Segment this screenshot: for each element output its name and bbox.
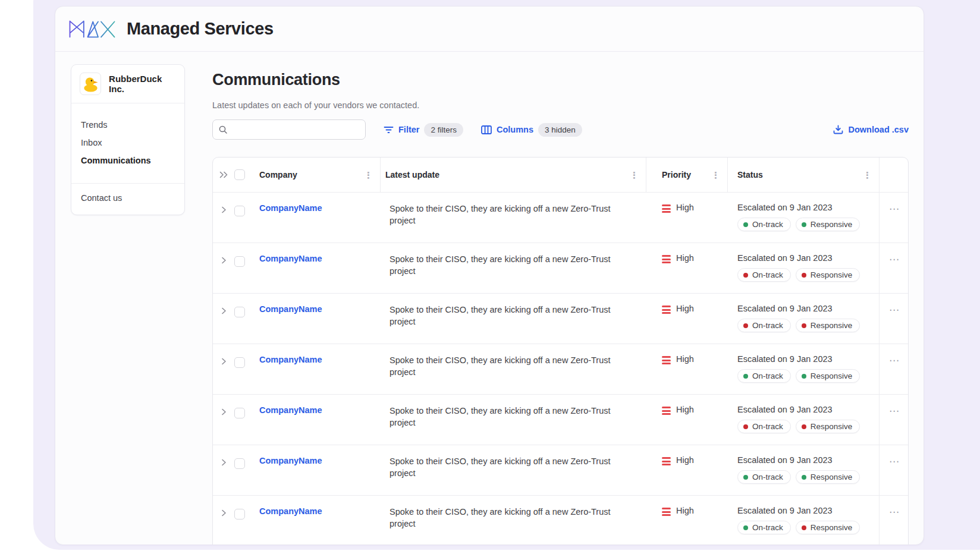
row-actions-icon[interactable]: ⋯ [889,506,900,518]
expand-row-icon[interactable] [219,509,228,517]
download-csv-button[interactable]: Download .csv [833,125,909,134]
company-link[interactable]: CompanyName [259,456,322,465]
status-badge: Responsive [796,420,860,433]
sidebar-item-contact-us[interactable]: Contact us [81,193,175,203]
status-column-menu-icon[interactable]: ⋮ [863,171,872,180]
status-dot-red [802,525,806,530]
row-checkbox[interactable] [234,458,245,469]
status-badges: On-trackResponsive [737,218,879,231]
status-badge-label: Responsive [811,523,853,532]
status-dot-red [743,323,748,328]
expand-row-icon[interactable] [219,206,228,214]
table-toolbar: Filter 2 filters Columns 3 hidden [212,119,909,140]
row-actions-icon[interactable]: ⋯ [889,405,900,417]
expand-row-icon[interactable] [219,408,228,416]
latest-update-text: Spoke to their CISO, they are kicking of… [390,203,611,226]
row-actions-icon[interactable]: ⋯ [889,203,900,215]
status-badge-label: Responsive [811,220,853,229]
priority-label: High [676,506,694,515]
filter-button[interactable]: Filter 2 filters [384,123,463,137]
status-badge: On-track [737,420,791,433]
search-icon [218,125,228,134]
status-badges: On-trackResponsive [737,420,879,433]
status-badge: Responsive [796,218,860,231]
select-all-checkbox[interactable] [234,169,245,180]
status-badge: On-track [737,268,791,282]
column-header-company: Company ⋮ [255,158,381,192]
column-header-status: Status ⋮ [728,158,880,192]
priority-label: High [676,203,694,212]
sidebar-footer: Contact us [71,184,184,215]
company-link[interactable]: CompanyName [259,304,322,314]
columns-button[interactable]: Columns 3 hidden [481,123,582,137]
priority-high-icon [662,255,671,263]
status-badge-label: Responsive [811,270,853,279]
status-badges: On-trackResponsive [737,521,879,534]
page-title: Communications [212,71,340,89]
status-badges: On-trackResponsive [737,319,879,332]
latest-update-text: Spoke to their CISO, they are kicking of… [390,405,611,429]
status-badge-label: On-track [752,422,783,431]
row-checkbox[interactable] [234,509,245,519]
filter-label: Filter [398,125,419,134]
company-column-menu-icon[interactable]: ⋮ [364,171,373,180]
row-actions-icon[interactable]: ⋯ [889,354,900,367]
status-badge: On-track [737,369,791,383]
row-actions-icon[interactable]: ⋯ [889,253,900,266]
status-dot-red [802,323,806,328]
expand-row-icon[interactable] [219,307,228,315]
row-checkbox[interactable] [234,256,245,267]
status-dot-red [802,424,806,429]
row-actions-icon[interactable]: ⋯ [889,304,900,316]
status-badge: Responsive [796,521,860,534]
company-link[interactable]: CompanyName [259,203,322,213]
table-row: CompanyName Spoke to their CISO, they ar… [213,495,908,545]
status-badge-label: Responsive [811,473,853,481]
priority-high-icon [662,356,671,364]
status-badge-label: On-track [752,523,783,532]
company-link[interactable]: CompanyName [259,506,322,516]
account-name: RubberDuck Inc. [109,74,176,94]
sidebar-item-inbox[interactable]: Inbox [81,138,175,147]
expand-row-icon[interactable] [219,256,228,265]
row-checkbox[interactable] [234,408,245,418]
expand-row-icon[interactable] [219,357,228,366]
status-dot-green [743,525,748,530]
download-icon [833,125,843,134]
company-link[interactable]: CompanyName [259,405,322,415]
table-row: CompanyName Spoke to their CISO, they ar… [213,445,908,495]
row-actions-icon[interactable]: ⋯ [889,455,900,468]
status-dot-green [743,222,748,227]
filter-icon [384,125,394,134]
collapse-all-icon[interactable] [219,171,229,179]
status-dot-red [743,273,748,278]
status-dot-green [802,374,806,379]
status-badge-label: On-track [752,220,783,229]
latest-update-text: Spoke to their CISO, they are kicking of… [390,506,611,530]
status-text: Escalated on 9 Jan 2023 [737,354,879,364]
sidebar: RubberDuck Inc. Trends Inbox Communicati… [71,64,185,215]
status-text: Escalated on 9 Jan 2023 [737,405,879,414]
company-link[interactable]: CompanyName [259,254,322,263]
priority-label: High [676,253,694,263]
status-text: Escalated on 9 Jan 2023 [737,304,879,313]
status-dot-green [743,475,748,480]
status-dot-green [802,475,806,480]
search-input[interactable] [232,125,360,134]
row-checkbox[interactable] [234,206,245,216]
company-link[interactable]: CompanyName [259,355,322,364]
columns-icon [481,125,492,134]
row-checkbox[interactable] [234,357,245,368]
expand-row-icon[interactable] [219,458,228,467]
status-badge-label: Responsive [811,371,853,380]
sidebar-item-communications[interactable]: Communications [81,156,175,165]
sidebar-item-trends[interactable]: Trends [81,120,175,130]
status-badges: On-trackResponsive [737,470,879,484]
table-row: CompanyName Spoke to their CISO, they ar… [213,344,908,394]
priority-column-menu-icon[interactable]: ⋮ [711,171,720,180]
table-header-row: Company ⋮ Latest update ⋮ Priority ⋮ Sta… [213,158,908,192]
latest-update-column-menu-icon[interactable]: ⋮ [630,171,639,180]
row-checkbox[interactable] [234,307,245,317]
status-text: Escalated on 9 Jan 2023 [737,203,879,212]
columns-hidden-badge: 3 hidden [538,123,582,137]
